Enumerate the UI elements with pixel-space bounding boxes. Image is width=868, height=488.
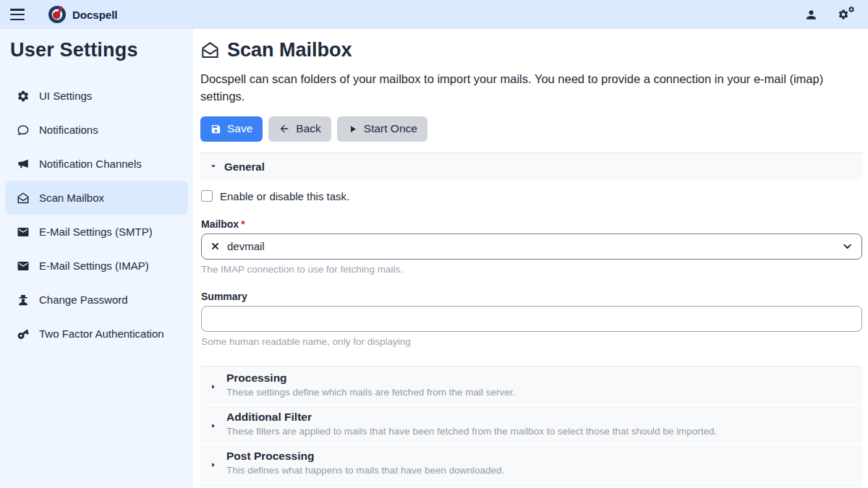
sidebar-item-change-password[interactable]: Change Password — [5, 283, 188, 317]
summary-field-label: Summary — [201, 291, 862, 302]
summary-input[interactable] — [201, 306, 862, 332]
sidebar-item-label: Notification Channels — [39, 158, 142, 170]
save-button-label: Save — [227, 122, 252, 135]
section-subtitle: This defines what happens to mails that … — [226, 465, 854, 476]
caret-right-icon — [210, 381, 217, 390]
collapsed-sections: Processing These settings define which m… — [200, 366, 862, 488]
chevron-down-icon[interactable] — [842, 241, 853, 252]
sidebar-item-label: UI Settings — [39, 90, 92, 102]
mailbox-helper-text: The IMAP connection to use for fetching … — [201, 264, 862, 275]
sidebar-item-two-factor-auth[interactable]: Two Factor Authentication — [5, 317, 188, 351]
cogs-icon[interactable] — [838, 7, 854, 22]
play-icon — [347, 124, 358, 134]
enable-task-checkbox[interactable] — [201, 190, 213, 202]
start-once-button-label: Start Once — [364, 122, 417, 135]
user-icon[interactable] — [803, 7, 819, 22]
mailbox-select[interactable]: devmail — [201, 234, 862, 260]
section-metadata[interactable]: Metadata Define metadata that should be … — [200, 484, 862, 488]
caret-down-icon — [209, 162, 218, 171]
sidebar-item-label: Scan Mailbox — [39, 192, 104, 204]
general-section-label: General — [224, 160, 265, 173]
general-section-header[interactable]: General — [200, 153, 862, 180]
app-logo — [48, 5, 67, 24]
bullhorn-icon — [16, 157, 30, 171]
envelope-open-icon — [200, 40, 220, 60]
gear-icon — [16, 89, 30, 103]
sidebar-item-notification-channels[interactable]: Notification Channels — [5, 147, 188, 181]
sidebar-item-label: Change Password — [39, 294, 128, 306]
sidebar-item-label: Two Factor Authentication — [39, 328, 164, 340]
user-settings-sidebar: User Settings UI Settings Notifications … — [0, 29, 193, 488]
section-subtitle: These filters are applied to mails that … — [226, 426, 854, 437]
section-title: Processing — [226, 372, 854, 385]
page-title: Scan Mailbox — [227, 39, 352, 61]
section-title: Additional Filter — [226, 411, 854, 424]
enable-task-row[interactable]: Enable or disable this task. — [201, 190, 862, 202]
sidebar-item-notifications[interactable]: Notifications — [5, 113, 188, 147]
save-button[interactable]: Save — [200, 116, 263, 142]
caret-right-icon — [210, 459, 217, 468]
scan-mailbox-page: Scan Mailbox Docspell can scan folders o… — [193, 29, 868, 488]
remove-selection-icon[interactable] — [210, 241, 220, 251]
page-description: Docspell can scan folders of your mailbo… — [200, 71, 862, 106]
caret-right-icon — [210, 420, 217, 429]
save-icon — [210, 124, 221, 134]
section-post-processing[interactable]: Post Processing This defines what happen… — [200, 445, 862, 484]
key-icon — [16, 327, 30, 341]
back-button[interactable]: Back — [268, 116, 331, 142]
app-brand[interactable]: Docspell — [48, 5, 118, 24]
sidebar-item-label: E-Mail Settings (IMAP) — [39, 260, 149, 272]
general-section-body: Enable or disable this task. Mailbox* de… — [200, 180, 862, 347]
toolbar: Save Back Start Once — [200, 116, 862, 142]
back-button-label: Back — [296, 122, 320, 135]
sidebar-item-label: Notifications — [39, 124, 98, 136]
sidebar-item-scan-mailbox[interactable]: Scan Mailbox — [5, 181, 188, 215]
start-once-button[interactable]: Start Once — [337, 116, 427, 142]
sidebar-title: User Settings — [0, 36, 193, 69]
sidebar-item-ui-settings[interactable]: UI Settings — [5, 79, 188, 113]
envelope-open-icon — [16, 191, 30, 205]
summary-helper-text: Some human readable name, only for displ… — [201, 336, 862, 347]
envelope-icon — [16, 225, 30, 239]
section-subtitle: These settings define which mails are fe… — [226, 387, 854, 398]
sidebar-item-email-settings-smtp[interactable]: E-Mail Settings (SMTP) — [5, 215, 188, 249]
section-additional-filter[interactable]: Additional Filter These filters are appl… — [200, 406, 862, 445]
menu-icon[interactable] — [10, 9, 25, 20]
section-processing[interactable]: Processing These settings define which m… — [200, 367, 862, 406]
sidebar-item-label: E-Mail Settings (SMTP) — [39, 226, 153, 238]
enable-task-label: Enable or disable this task. — [220, 190, 349, 202]
section-title: Post Processing — [226, 450, 854, 463]
user-secret-icon — [16, 293, 30, 307]
mailbox-field-label: Mailbox* — [201, 218, 862, 230]
arrow-left-icon — [278, 123, 290, 134]
sidebar-item-email-settings-imap[interactable]: E-Mail Settings (IMAP) — [5, 249, 188, 283]
app-name: Docspell — [72, 9, 118, 21]
envelope-icon — [16, 259, 30, 273]
top-bar: Docspell — [0, 0, 868, 29]
comment-icon — [16, 123, 30, 137]
mailbox-selected-value: devmail — [227, 240, 265, 252]
required-marker: * — [241, 218, 244, 230]
